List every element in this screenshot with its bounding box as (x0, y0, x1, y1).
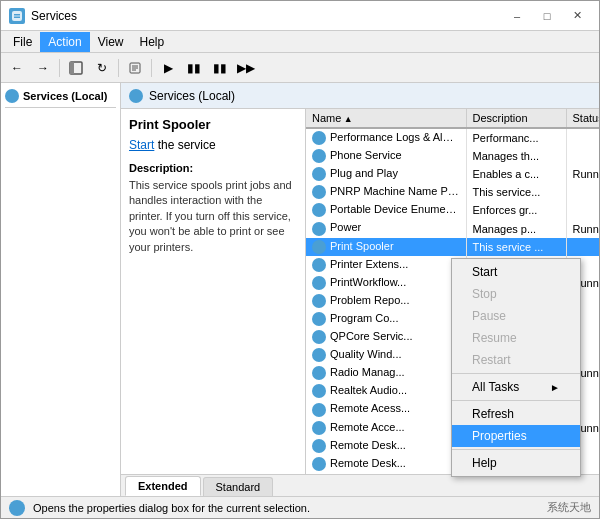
panel-header-title: Services (Local) (149, 89, 235, 103)
menu-file[interactable]: File (5, 32, 40, 52)
cell-status: Running (566, 165, 599, 183)
title-bar: Services – □ ✕ (1, 1, 599, 31)
sidebar-icon (5, 89, 19, 103)
cell-name: Phone Service (306, 147, 466, 165)
cell-name: Remote Desk... (306, 437, 466, 455)
cell-desc: Enforces gr... (466, 201, 566, 219)
row-icon (312, 167, 326, 181)
panel-header-icon (129, 89, 143, 103)
tab-bar: Extended Standard (121, 474, 599, 496)
cell-name: Remote Acess... (306, 400, 466, 418)
menu-bar: File Action View Help (1, 31, 599, 53)
row-icon (312, 384, 326, 398)
tab-standard[interactable]: Standard (203, 477, 274, 496)
ctx-restart: Restart (452, 349, 580, 371)
cell-name: PNRP Machine Name Publi... (306, 183, 466, 201)
ctx-sep-3 (452, 449, 580, 450)
col-header-status[interactable]: Status (566, 109, 599, 128)
title-bar-left: Services (9, 8, 77, 24)
ctx-help[interactable]: Help (452, 452, 580, 474)
menu-view[interactable]: View (90, 32, 132, 52)
ctx-stop: Stop (452, 283, 580, 305)
cell-desc: Performanc... (466, 128, 566, 147)
close-button[interactable]: ✕ (563, 6, 591, 26)
table-row[interactable]: Phone ServiceManages th... (306, 147, 599, 165)
status-text: Opens the properties dialog box for the … (33, 502, 310, 514)
start-service-line: Start the service (129, 138, 297, 152)
table-row[interactable]: Portable Device Enumerator...Enforces gr… (306, 201, 599, 219)
main-panel: Services (Local) Print Spooler Start the… (121, 83, 599, 496)
cell-status: Running (566, 219, 599, 237)
sidebar-title: Services (Local) (23, 90, 107, 102)
cell-name: Remote Desk... (306, 455, 466, 473)
table-row[interactable]: Plug and PlayEnables a c...Running (306, 165, 599, 183)
cell-name: Power (306, 219, 466, 237)
row-icon (312, 276, 326, 290)
context-menu: Start Stop Pause Resume Restart All Task… (451, 258, 581, 477)
start-text: the service (154, 138, 215, 152)
restart-button[interactable]: ▶▶ (234, 57, 258, 79)
row-icon (312, 185, 326, 199)
svg-rect-2 (14, 16, 20, 18)
minimize-button[interactable]: – (503, 6, 531, 26)
row-icon (312, 403, 326, 417)
content-area: Services (Local) Services (Local) Print … (1, 83, 599, 496)
toolbar-sep-3 (151, 59, 152, 77)
cell-status (566, 147, 599, 165)
description-text: This service spools print jobs and handl… (129, 178, 297, 255)
cell-desc: Manages p... (466, 219, 566, 237)
menu-help[interactable]: Help (132, 32, 173, 52)
svg-rect-4 (70, 62, 74, 74)
panel-header: Services (Local) (121, 83, 599, 109)
col-header-name[interactable]: Name (306, 109, 466, 128)
status-bar: Opens the properties dialog box for the … (1, 496, 599, 518)
cell-name: Plug and Play (306, 165, 466, 183)
maximize-button[interactable]: □ (533, 6, 561, 26)
cell-status (566, 238, 599, 256)
cell-name: Print Spooler (306, 238, 466, 256)
back-button[interactable]: ← (5, 57, 29, 79)
stop-button[interactable]: ▮▮ (182, 57, 206, 79)
col-header-desc[interactable]: Description (466, 109, 566, 128)
status-icon (9, 500, 25, 516)
ctx-all-tasks[interactable]: All Tasks ► (452, 376, 580, 398)
row-icon (312, 330, 326, 344)
row-icon (312, 240, 326, 254)
ctx-sep-1 (452, 373, 580, 374)
cell-name: Program Co... (306, 310, 466, 328)
cell-desc: This service... (466, 183, 566, 201)
play-button[interactable]: ▶ (156, 57, 180, 79)
row-icon (312, 258, 326, 272)
svg-rect-1 (14, 14, 20, 16)
row-icon (312, 131, 326, 145)
ctx-refresh[interactable]: Refresh (452, 403, 580, 425)
cell-name: Performance Logs & Alerts (306, 128, 466, 147)
row-icon (312, 203, 326, 217)
ctx-properties[interactable]: Properties (452, 425, 580, 447)
cell-desc: Enables a c... (466, 165, 566, 183)
table-row[interactable]: PNRP Machine Name Publi...This service..… (306, 183, 599, 201)
export-button[interactable] (123, 57, 147, 79)
title-bar-buttons: – □ ✕ (503, 6, 591, 26)
sidebar-header: Services (Local) (5, 87, 116, 108)
row-icon (312, 222, 326, 236)
pause-button[interactable]: ▮▮ (208, 57, 232, 79)
row-icon (312, 312, 326, 326)
description-label: Description: (129, 162, 297, 174)
refresh-button[interactable]: ↻ (90, 57, 114, 79)
cell-name: Radio Manag... (306, 364, 466, 382)
toolbar-sep-1 (59, 59, 60, 77)
start-link[interactable]: Start (129, 138, 154, 152)
table-row[interactable]: Performance Logs & AlertsPerformanc... (306, 128, 599, 147)
show-hide-button[interactable] (64, 57, 88, 79)
table-row[interactable]: Print SpoolerThis service ... (306, 238, 599, 256)
submenu-arrow: ► (550, 382, 560, 393)
tab-extended[interactable]: Extended (125, 476, 201, 496)
ctx-start[interactable]: Start (452, 261, 580, 283)
cell-name: PrintWorkflow... (306, 274, 466, 292)
table-row[interactable]: PowerManages p...Running (306, 219, 599, 237)
forward-button[interactable]: → (31, 57, 55, 79)
cell-status (566, 128, 599, 147)
sidebar: Services (Local) (1, 83, 121, 496)
menu-action[interactable]: Action (40, 32, 89, 52)
